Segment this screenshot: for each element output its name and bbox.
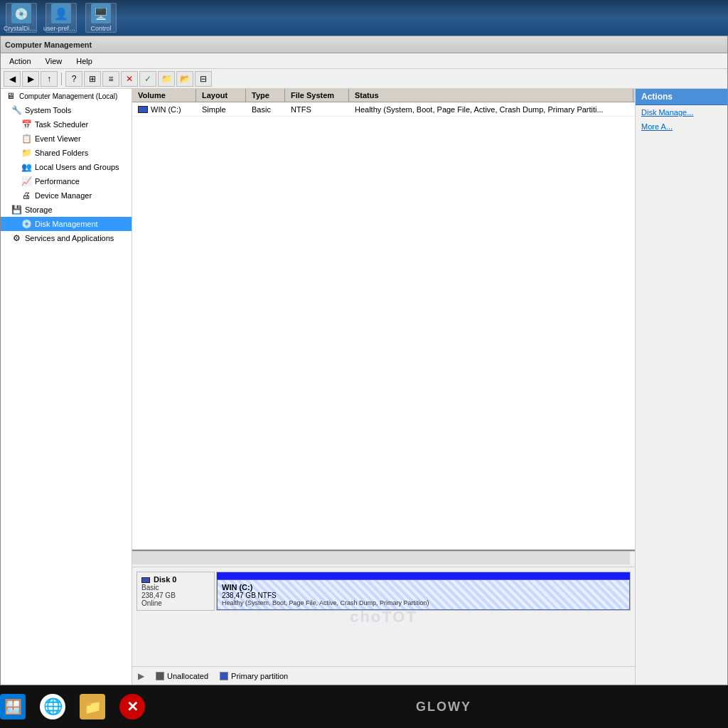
taskbar-icon-label-3: Control	[90, 25, 111, 32]
sidebar-item-performance[interactable]: 📈 Performance	[1, 174, 132, 188]
services-icon: ⚙	[11, 233, 22, 243]
taskbar-icon-userprefer[interactable]: 👤 user-prefer...	[46, 3, 77, 33]
sidebar: 🖥 Computer Management (Local) 🔧 System T…	[1, 89, 132, 685]
sidebar-item-computer-management[interactable]: 🖥 Computer Management (Local)	[1, 89, 132, 103]
row-filesystem: NTFS	[285, 104, 349, 115]
table-row[interactable]: WIN (C:) Simple Basic NTFS Healthy (Syst…	[132, 102, 635, 117]
toolbar-forward[interactable]: ▶	[22, 71, 39, 87]
sidebar-item-storage[interactable]: 💾 Storage	[1, 203, 132, 217]
toolbar-delete[interactable]: ✕	[121, 71, 138, 87]
partition-bar	[217, 572, 630, 579]
toolbar-menu[interactable]: ≡	[102, 71, 119, 87]
actions-panel: Actions Disk Manage... More A...	[635, 89, 727, 685]
system-tools-icon: 🔧	[11, 105, 22, 115]
menu-action[interactable]: Action	[4, 55, 37, 67]
main-window: Computer Management Action View Help ◀ ▶…	[0, 36, 728, 685]
sidebar-label-storage: Storage	[25, 205, 53, 214]
toolbar-folder-open[interactable]: 📁	[158, 71, 175, 87]
disk-partitions[interactable]: WIN (C:) 238,47 GB NTFS Healthy (System,…	[216, 572, 631, 611]
toolbar-sep-1	[61, 73, 62, 85]
row-type: Basic	[246, 104, 285, 115]
sidebar-item-task-scheduler[interactable]: 📅 Task Scheduler	[1, 117, 132, 132]
shared-folders-icon: 📁	[21, 148, 32, 158]
table-headers: Volume Layout Type File System Status	[132, 89, 635, 102]
storage-icon: 💾	[11, 205, 22, 215]
window-title-bar: Computer Management	[1, 36, 727, 53]
userprefer-icon: 👤	[51, 4, 71, 23]
toolbar-back[interactable]: ◀	[4, 71, 21, 87]
legend-bar: ▶ Unallocated Primary partition	[132, 666, 635, 685]
taskbar-icon-label-2: user-prefer...	[43, 25, 79, 32]
sidebar-item-system-tools[interactable]: 🔧 System Tools	[1, 103, 132, 117]
sidebar-item-disk-management[interactable]: 💿 Disk Management	[1, 217, 132, 231]
legend-primary-label: Primary partition	[231, 672, 288, 680]
sidebar-item-event-viewer[interactable]: 📋 Event Viewer	[1, 132, 132, 146]
sidebar-item-device-manager[interactable]: 🖨 Device Manager	[1, 188, 132, 203]
toolbar-help[interactable]: ?	[65, 71, 82, 87]
disk-size: 238,47 GB	[141, 592, 210, 599]
partition-size: 238,47 GB NTFS	[222, 592, 625, 599]
table-scrollbar[interactable]	[132, 551, 635, 567]
sidebar-label-local-users: Local Users and Groups	[35, 163, 119, 171]
brand-name: GLOWY	[416, 700, 471, 714]
menu-view[interactable]: View	[40, 55, 68, 67]
actions-title: Actions	[636, 89, 727, 105]
taskbar-icon-control[interactable]: 🖥️ Control	[85, 3, 117, 33]
bottom-icon-chrome[interactable]: 🌐	[40, 694, 65, 719]
menu-bar: Action View Help	[1, 53, 727, 69]
disk-name: Disk 0	[141, 575, 210, 584]
actions-link-more[interactable]: More A...	[636, 119, 727, 134]
legend-primary: Primary partition	[220, 672, 288, 680]
main-content: Volume Layout Type File System Status WI…	[132, 89, 635, 685]
sidebar-label-services: Services and Applications	[25, 234, 114, 242]
crystaldisk-icon: 💿	[11, 4, 31, 23]
toolbar-check[interactable]: ✓	[139, 71, 156, 87]
computer-icon: 🖥	[5, 91, 16, 101]
col-status[interactable]: Status	[349, 89, 633, 102]
window-title: Computer Management	[5, 41, 92, 49]
toolbar-minus[interactable]: ⊟	[195, 71, 212, 87]
partition-win[interactable]: WIN (C:) 238,47 GB NTFS Healthy (System,…	[217, 579, 630, 610]
sidebar-label-system-tools: System Tools	[25, 106, 71, 114]
disk-icon	[141, 577, 150, 583]
taskbar-top: 💿 CrystalDisk... 👤 user-prefer... 🖥️ Con…	[0, 0, 728, 36]
sidebar-label-shared-folders: Shared Folders	[35, 149, 88, 157]
row-layout: Simple	[196, 104, 246, 115]
col-layout[interactable]: Layout	[196, 89, 246, 102]
menu-help[interactable]: Help	[70, 55, 98, 67]
sidebar-item-shared-folders[interactable]: 📁 Shared Folders	[1, 146, 132, 160]
disk-visual-area: choTOT Disk 0 Basic 238,47 GB Online	[132, 567, 635, 666]
sidebar-label-task-scheduler: Task Scheduler	[35, 120, 88, 129]
legend-arrow: ▶	[138, 671, 144, 681]
col-filesystem[interactable]: File System	[285, 89, 349, 102]
col-volume[interactable]: Volume	[132, 89, 196, 102]
sidebar-item-local-users[interactable]: 👥 Local Users and Groups	[1, 160, 132, 174]
row-volume: WIN (C:)	[151, 105, 181, 114]
control-icon: 🖥️	[91, 4, 111, 23]
partition-name: WIN (C:)	[222, 583, 625, 592]
toolbar-win[interactable]: ⊞	[84, 71, 101, 87]
taskbar-icon-crystaldisk[interactable]: 💿 CrystalDisk...	[6, 3, 37, 33]
task-scheduler-icon: 📅	[21, 119, 32, 129]
sidebar-label-disk-management: Disk Management	[35, 220, 98, 228]
sidebar-label-computer-management: Computer Management (Local)	[19, 92, 117, 100]
sidebar-label-performance: Performance	[35, 177, 80, 186]
legend-unallocated: Unallocated	[156, 672, 208, 680]
actions-link-disk-manage[interactable]: Disk Manage...	[636, 105, 727, 119]
sidebar-item-services[interactable]: ⚙ Services and Applications	[1, 231, 132, 245]
content-area: 🖥 Computer Management (Local) 🔧 System T…	[1, 89, 727, 685]
local-users-icon: 👥	[21, 162, 32, 172]
toolbar-up[interactable]: ↑	[41, 71, 58, 87]
bottom-icon-close[interactable]: ✕	[119, 694, 145, 719]
sidebar-label-event-viewer: Event Viewer	[35, 134, 81, 143]
disk-mgmt-icon: 💿	[21, 219, 32, 229]
toolbar: ◀ ▶ ↑ ? ⊞ ≡ ✕ ✓ 📁 📂 ⊟	[1, 69, 727, 89]
legend-unallocated-label: Unallocated	[167, 672, 208, 680]
bottom-icon-windows[interactable]: 🪟	[0, 694, 26, 719]
col-type[interactable]: Type	[246, 89, 285, 102]
legend-primary-box	[220, 672, 228, 680]
toolbar-folder-new[interactable]: 📂	[176, 71, 193, 87]
bottom-icon-explorer[interactable]: 📁	[80, 694, 105, 719]
disk-table-area[interactable]: Volume Layout Type File System Status WI…	[132, 89, 635, 551]
legend-unallocated-box	[156, 672, 164, 680]
